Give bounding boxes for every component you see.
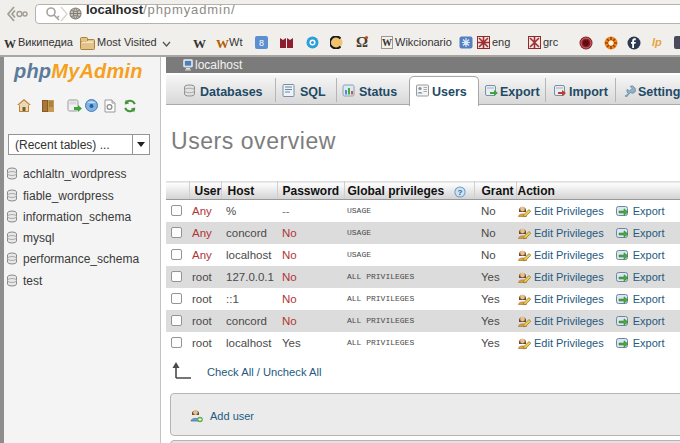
svg-text:W: W <box>382 37 392 48</box>
svg-text:?: ? <box>457 188 462 197</box>
svg-text:8: 8 <box>259 38 264 48</box>
